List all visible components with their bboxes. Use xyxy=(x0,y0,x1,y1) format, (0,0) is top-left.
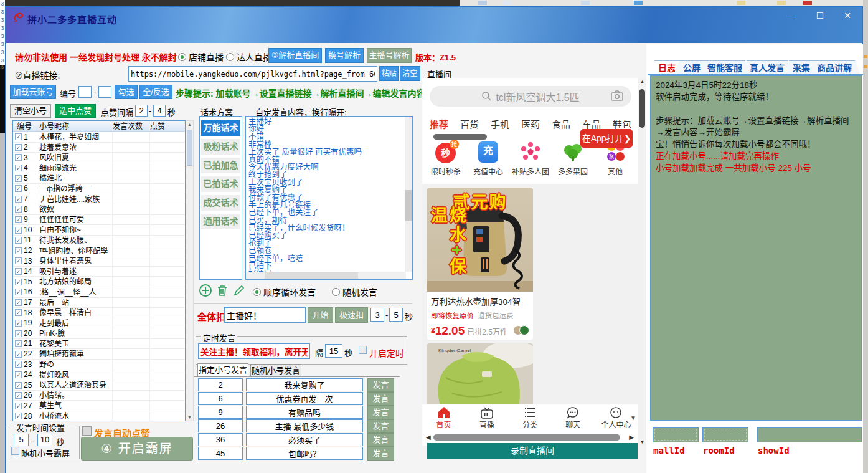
sequential-send-radio[interactable] xyxy=(253,288,261,296)
account-row[interactable]: ✓10自由不如你~ xyxy=(13,225,185,236)
account-row[interactable]: ✓27莫生气 xyxy=(13,401,185,411)
range-start-input[interactable] xyxy=(78,86,92,98)
speak-text-input[interactable] xyxy=(246,433,363,446)
timed-speak-input[interactable] xyxy=(198,343,310,359)
account-table-scrollbar[interactable]: ▲ ▼ xyxy=(186,120,194,421)
shortcut-recharge[interactable]: 充 充值中心 xyxy=(468,140,508,176)
account-checkbox[interactable]: ✓ xyxy=(15,299,22,306)
account-checkbox[interactable]: ✓ xyxy=(15,268,22,275)
account-checkbox[interactable]: ✓ xyxy=(15,227,22,234)
account-checkbox[interactable]: ✓ xyxy=(15,330,22,337)
account-checkbox[interactable]: ✓ xyxy=(15,185,22,192)
phone-hscrollbar[interactable]: ◀ ▶ xyxy=(426,433,634,442)
account-row[interactable]: ✓4细雨湿流光 xyxy=(13,163,185,174)
account-row[interactable]: ✓23野の xyxy=(13,360,185,370)
account-checkbox[interactable]: ✓ xyxy=(15,371,22,378)
account-row[interactable]: ✓26小情绪。 xyxy=(13,391,185,401)
account-row[interactable]: ✓3风吹旧夏 xyxy=(13,153,185,163)
account-checkbox[interactable]: ✓ xyxy=(15,279,22,285)
account-checkbox[interactable]: ✓ xyxy=(15,382,22,389)
account-row[interactable]: ✓19走到最后 xyxy=(13,318,185,329)
account-checkbox[interactable]: ✓ xyxy=(15,257,22,264)
random-account-checkbox[interactable] xyxy=(11,447,19,455)
tab-random-account[interactable]: 随机小号发言 xyxy=(250,364,301,376)
phrase-plan-item[interactable]: 成交话术 xyxy=(201,195,240,211)
account-checkbox[interactable]: ✓ xyxy=(15,320,22,327)
account-row[interactable]: ✓24提灯晚风 xyxy=(13,370,185,381)
parse-room-button[interactable]: ③解析直播间 xyxy=(268,48,322,63)
account-row[interactable]: ✓2趁着爱意浓 xyxy=(13,143,185,153)
edit-phrase-icon[interactable] xyxy=(232,284,246,297)
speak-no-input[interactable] xyxy=(198,392,243,405)
account-checkbox[interactable]: ✓ xyxy=(15,237,22,244)
range-end-input[interactable] xyxy=(98,86,111,98)
timed-gap-input[interactable] xyxy=(325,344,342,358)
account-row[interactable]: ✓9怪怪怪怪可爱 xyxy=(13,215,185,226)
phrase-plan-item[interactable]: 已拍话术 xyxy=(201,176,240,192)
account-row[interactable]: ✓12ᵀᴱᴸ姐旳拽、伱吥配學 xyxy=(13,246,185,257)
account-checkbox[interactable]: ✓ xyxy=(15,154,22,161)
account-row[interactable]: ✓14吸引与着迷 xyxy=(13,267,185,277)
phrase-plan-item[interactable]: 通用话术 xyxy=(201,214,240,229)
speak-no-input[interactable] xyxy=(198,406,243,419)
account-checkbox[interactable]: ✓ xyxy=(15,196,22,203)
speak-send-button[interactable]: 发言 xyxy=(367,447,394,461)
tab-shoes[interactable]: 鞋包 xyxy=(613,117,631,130)
account-row[interactable]: ✓6一ф指の浮誇一 xyxy=(13,184,185,194)
phrase-plan-item[interactable]: 已拍加急 xyxy=(201,158,240,173)
account-checkbox[interactable]: ✓ xyxy=(15,361,22,368)
daren-stream-radio[interactable] xyxy=(226,53,234,61)
like-interval-max-input[interactable] xyxy=(153,105,166,117)
account-row[interactable]: ✓8欲奴 xyxy=(13,204,185,215)
like-selected-button[interactable]: 选中点赞 xyxy=(55,104,96,118)
all-call-min-input[interactable] xyxy=(370,308,384,322)
speak-no-input[interactable] xyxy=(198,378,243,391)
random-send-radio[interactable] xyxy=(332,288,340,296)
tab-product-explain[interactable]: 商品讲解 xyxy=(808,60,861,75)
account-checkbox[interactable]: ✓ xyxy=(15,413,22,419)
account-checkbox[interactable]: ✓ xyxy=(15,351,22,358)
anchor-parse-button[interactable]: 主播号解析 xyxy=(367,48,412,63)
phrase-hscrollbar[interactable] xyxy=(246,272,406,279)
account-row[interactable]: ✓5橘淮北 xyxy=(13,173,185,184)
nav-category[interactable]: 分类 xyxy=(508,404,551,431)
tab-department[interactable]: 百货 xyxy=(460,117,479,130)
account-checkbox[interactable]: ✓ xyxy=(15,206,22,213)
account-row[interactable]: ✓28小桥流水 xyxy=(13,411,185,421)
tab-food[interactable]: 食品 xyxy=(552,117,570,130)
roomid-input[interactable] xyxy=(702,427,748,442)
speak-time-min-input[interactable] xyxy=(14,434,29,446)
tab-designated-account[interactable]: 指定小号发言 xyxy=(197,363,248,376)
timed-enable-checkbox[interactable] xyxy=(359,346,367,354)
speak-send-button[interactable]: 发言 xyxy=(367,392,394,406)
account-checkbox[interactable]: ✓ xyxy=(15,216,22,223)
close-button[interactable]: ✕ xyxy=(838,11,857,21)
start-flood-button[interactable]: ④ 开启霸屏 xyxy=(81,437,193,461)
account-row[interactable]: ✓11待我长发及腰、 xyxy=(13,236,185,246)
speak-send-button[interactable]: 发言 xyxy=(367,419,394,433)
mallid-input[interactable] xyxy=(653,427,699,442)
account-row[interactable]: ✓7丿芭比娃娃....家族 xyxy=(13,194,185,205)
account-row[interactable]: ✓18像早晨一样清白 xyxy=(13,308,185,318)
account-checkbox[interactable]: ✓ xyxy=(15,392,22,399)
account-row[interactable]: ✓13身体里住着恶鬼 xyxy=(13,256,185,267)
tab-medicine[interactable]: 医药 xyxy=(521,117,540,130)
nav-live[interactable]: 直播 xyxy=(465,404,508,431)
speak-no-input[interactable] xyxy=(198,433,243,446)
account-checkbox[interactable]: ✓ xyxy=(15,309,22,316)
check-range-button[interactable]: 勾选 xyxy=(115,85,138,99)
like-interval-min-input[interactable] xyxy=(135,105,148,117)
speak-send-button[interactable]: 发言 xyxy=(367,378,394,392)
account-checkbox[interactable]: ✓ xyxy=(15,175,22,182)
account-checkbox[interactable]: ✓ xyxy=(15,403,22,409)
showid-input[interactable] xyxy=(757,427,862,442)
speak-text-input[interactable] xyxy=(246,447,363,460)
stream-link-input[interactable] xyxy=(128,66,377,82)
load-cloud-accounts-button[interactable]: 加载云账号 xyxy=(10,85,56,99)
all-call-input[interactable] xyxy=(224,307,306,323)
all-call-max-input[interactable] xyxy=(389,308,403,322)
shop-stream-radio[interactable] xyxy=(178,53,186,61)
search-bar[interactable]: tcl新风空调大1.5匹 xyxy=(430,86,631,107)
account-row[interactable]: ✓20PinK·臉 xyxy=(13,328,185,339)
account-checkbox[interactable]: ✓ xyxy=(15,289,22,295)
